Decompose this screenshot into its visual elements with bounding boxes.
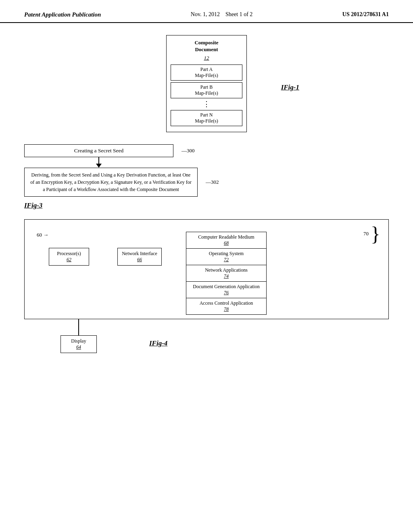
fig4-outer: 60 → Processor(s) 62 Network Interface 6… bbox=[24, 219, 389, 353]
display-connector: Display 64 bbox=[60, 319, 97, 353]
fig3-container: Creating a Secret Seed —300 Deriving, fr… bbox=[24, 144, 389, 210]
os-box: Operating System 72 bbox=[186, 249, 267, 265]
display-row: Display 64 IFig-4 bbox=[24, 319, 389, 353]
network-interface-section: Network Interface 66 bbox=[117, 248, 162, 266]
fig3-step-box: Deriving, from the Secret Seed and Using… bbox=[24, 168, 198, 197]
fig3-arrow-area bbox=[24, 157, 173, 168]
fig3-step-row: Deriving, from the Secret Seed and Using… bbox=[24, 168, 389, 197]
fig1-diagram: CompositeDocument 12 Part AMap-File(s) P… bbox=[166, 35, 247, 132]
bracket-icon: } bbox=[371, 224, 380, 244]
arrow-head bbox=[96, 164, 102, 168]
fig3-step-ref: —302 bbox=[206, 179, 219, 185]
fig3-ref-300: —300 bbox=[181, 148, 195, 154]
display-v-line bbox=[78, 319, 79, 335]
network-interface-box: Network Interface 66 bbox=[117, 248, 162, 266]
display-box: Display 64 bbox=[60, 335, 97, 353]
fig4-main-box: 60 → Processor(s) 62 Network Interface 6… bbox=[24, 219, 389, 319]
header-right: US 2012/278631 A1 bbox=[342, 11, 389, 18]
doc-gen-box: Document Generation Application 76 bbox=[186, 282, 267, 298]
fig3-title-row: Creating a Secret Seed —300 bbox=[24, 144, 389, 157]
part-a-box: Part AMap-File(s) bbox=[171, 64, 242, 81]
header-left: Patent Application Publication bbox=[24, 11, 101, 18]
fig3-title-box: Creating a Secret Seed bbox=[24, 144, 173, 157]
part-b-box: Part BMap-File(s) bbox=[171, 82, 242, 98]
fig1-label: IFig-1 bbox=[281, 83, 299, 91]
network-apps-box: Network Applications 74 bbox=[186, 265, 267, 282]
composite-doc-label: CompositeDocument bbox=[171, 39, 242, 53]
fig1-container: CompositeDocument 12 Part AMap-File(s) P… bbox=[24, 35, 389, 132]
fig4-ref-60: 60 → bbox=[37, 232, 48, 238]
processor-box: Processor(s) 62 bbox=[49, 248, 89, 266]
page-header: Patent Application Publication Nov. 1, 2… bbox=[0, 0, 413, 23]
composite-doc-num: 12 bbox=[171, 55, 242, 61]
part-n-box: Part NMap-File(s) bbox=[171, 110, 242, 126]
crm-box: Computer Readable Medium 68 bbox=[186, 232, 267, 249]
crm-stack: Computer Readable Medium 68 Operating Sy… bbox=[186, 232, 267, 315]
processor-section: Processor(s) 62 bbox=[49, 248, 89, 266]
access-control-box: Access Control Application 78 bbox=[186, 298, 267, 315]
ref-70: 70 bbox=[363, 231, 369, 237]
header-center: Nov. 1, 2012 Sheet 1 of 2 bbox=[191, 11, 252, 18]
ref-70-area: 70 } bbox=[363, 224, 380, 244]
page-content: CompositeDocument 12 Part AMap-File(s) P… bbox=[0, 27, 413, 361]
arrow-shaft bbox=[98, 157, 99, 164]
fig4-label: IFig-4 bbox=[149, 339, 167, 347]
fig3-label: IFig-3 bbox=[24, 202, 389, 210]
dots: ⋮ bbox=[171, 100, 242, 109]
